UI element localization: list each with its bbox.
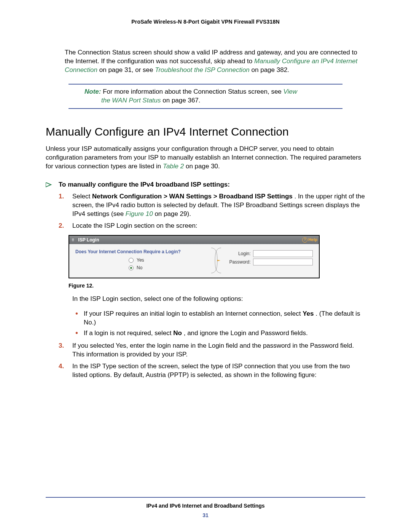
radio-yes[interactable]: Yes: [129, 257, 201, 263]
bullet-text: If your ISP requires an initial login to…: [84, 310, 303, 317]
task-title: To manually configure the IPv4 broadband…: [59, 181, 230, 188]
svg-marker-1: [217, 260, 220, 261]
divider: [46, 497, 365, 498]
radio-label: No: [137, 265, 142, 271]
intro-paragraph: The Connection Status screen should show…: [65, 48, 365, 75]
step-3: 3. If you selected Yes, enter the login …: [59, 342, 365, 359]
figure-12: ⠿ ISP Login ? Help Does Your Internet Co…: [68, 235, 320, 278]
isp-login-question: Does Your Internet Connection Require a …: [75, 249, 201, 255]
grip-icon: ⠿: [72, 238, 75, 242]
step-text: If you selected Yes, enter the login nam…: [72, 342, 354, 358]
password-label: Password:: [222, 259, 251, 265]
help-label: Help: [308, 237, 317, 243]
step-text: on page 29).: [155, 210, 191, 217]
link-figure10[interactable]: Figure 10: [126, 210, 153, 217]
step-1: 1. Select Network Configuration > WAN Se…: [59, 192, 365, 219]
login-input[interactable]: [253, 250, 313, 257]
radio-icon: [129, 258, 134, 263]
step-number: 3.: [59, 342, 64, 350]
panel-divider: [209, 247, 222, 274]
breadcrumb: Network Configuration > WAN Settings > B…: [92, 193, 293, 200]
note-label: Note:: [84, 88, 101, 95]
post-figure-intro: In the ISP Login section, select one of …: [72, 295, 365, 304]
step-number: 2.: [59, 222, 64, 230]
panel-title: ISP Login: [78, 237, 99, 243]
password-input[interactable]: [253, 259, 313, 265]
svg-marker-0: [46, 182, 51, 187]
divider: [68, 108, 342, 109]
note-text: on page 367.: [162, 97, 200, 104]
link-troubleshoot-isp[interactable]: Troubleshoot the ISP Connection: [155, 66, 250, 73]
radio-label: Yes: [137, 257, 144, 263]
bullet-text: If a login is not required, select: [84, 329, 173, 337]
step-text: In the ISP Type section of the screen, s…: [72, 363, 350, 379]
link-view-wan-status[interactable]: the WAN Port Status: [101, 97, 161, 104]
help-button[interactable]: ? Help: [302, 237, 317, 243]
radio-icon: [129, 265, 134, 270]
page-footer: IPv4 and IPv6 Internet and Broadband Set…: [46, 497, 365, 519]
isp-login-panel: ⠿ ISP Login ? Help Does Your Internet Co…: [68, 235, 320, 278]
bullet-text: , and ignore the Login and Password fiel…: [184, 329, 308, 337]
section-heading: Manually Configure an IPv4 Internet Conn…: [46, 124, 365, 140]
step-text: Select: [72, 193, 92, 200]
footer-chapter: IPv4 and IPv6 Internet and Broadband Set…: [46, 502, 365, 510]
page-number: 31: [46, 512, 365, 519]
section-intro-text: on page 30.: [186, 163, 220, 170]
task-heading: To manually configure the IPv4 broadband…: [46, 179, 365, 189]
link-view-wan-status[interactable]: View: [284, 88, 298, 95]
step-2: 2. Locate the ISP Login section on the s…: [59, 222, 365, 230]
login-label: Login:: [222, 251, 251, 257]
bullet-bold: No: [173, 329, 182, 337]
step-number: 1.: [59, 192, 64, 201]
section-intro: Unless your ISP automatically assigns yo…: [46, 145, 365, 171]
bullet-bold: Yes: [303, 310, 314, 317]
intro-text: on page 382.: [252, 66, 289, 73]
step-text: Locate the ISP Login section on the scre…: [72, 222, 198, 229]
intro-text: on page 31, or see: [99, 66, 155, 73]
radio-no[interactable]: No: [129, 265, 201, 271]
list-item: If your ISP requires an initial login to…: [72, 310, 365, 327]
figure-caption: Figure 12.: [68, 282, 365, 289]
link-table2[interactable]: Table 2: [163, 163, 184, 170]
panel-titlebar: ⠿ ISP Login ? Help: [69, 236, 319, 244]
list-item: If a login is not required, select No , …: [72, 329, 365, 338]
note-text: For more information about the Connectio…: [103, 88, 283, 95]
arrow-icon: [46, 180, 59, 190]
help-icon: ?: [302, 237, 307, 243]
step-number: 4.: [59, 362, 64, 371]
note-block: Note: For more information about the Con…: [68, 84, 342, 109]
doc-header: ProSafe Wireless-N 8-Port Gigabit VPN Fi…: [46, 18, 365, 26]
step-4: 4. In the ISP Type section of the screen…: [59, 362, 365, 380]
